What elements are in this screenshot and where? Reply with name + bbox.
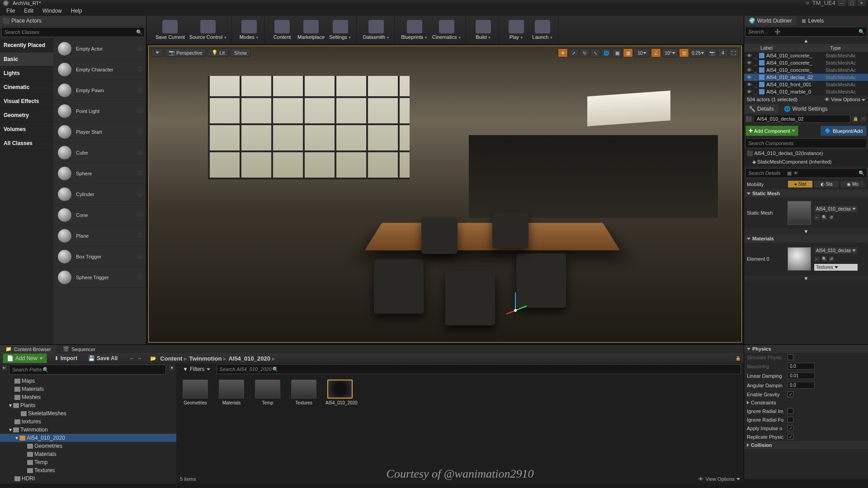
toolbar-save-current[interactable]: Save Current <box>154 19 187 41</box>
cb-lock-icon[interactable]: 🔒 <box>735 355 741 361</box>
checkbox[interactable] <box>788 434 793 440</box>
place-actors-tab[interactable]: ⬛ Place Actors <box>0 16 146 26</box>
transform-select-icon[interactable]: ✥ <box>558 48 568 57</box>
actor-empty-pawn[interactable]: Empty Pawnⓘ <box>53 80 146 101</box>
angle-snap-icon[interactable]: ∠ <box>651 48 661 57</box>
breadcrumb-twinmotion[interactable]: Twinmotion <box>189 355 222 362</box>
tree-item-maps[interactable]: Maps <box>0 377 176 385</box>
toolbar-cinematics[interactable]: Cinematics▼ <box>430 19 463 41</box>
tree-item-geometries[interactable]: Geometries <box>0 442 176 450</box>
visibility-icon[interactable]: 👁 <box>746 75 752 80</box>
tree-search[interactable]: Search Paths🔍 <box>9 365 166 375</box>
actor-empty-actor[interactable]: Empty Actorⓘ <box>53 38 146 59</box>
info-icon[interactable]: ⓘ <box>137 253 142 260</box>
number-input[interactable]: 0.0 <box>788 363 815 370</box>
tree-item-twinmotion[interactable]: ▾ Twinmotion <box>0 426 176 434</box>
nav-fwd-icon[interactable]: → <box>137 356 142 361</box>
tree-item-textures[interactable]: textures <box>0 418 176 426</box>
category-recently-placed[interactable]: Recently Placed <box>0 38 53 52</box>
maximize-button[interactable]: ▢ <box>848 0 855 6</box>
info-icon[interactable]: ⓘ <box>137 87 142 94</box>
maximize-viewport-icon[interactable]: ⛶ <box>729 48 739 57</box>
menu-help[interactable]: Help <box>66 6 87 15</box>
surface-snap-icon[interactable]: ▦ <box>612 48 622 57</box>
scale-snap-value[interactable]: 0.25 <box>690 48 706 57</box>
visibility-icon[interactable]: 👁 <box>746 67 752 73</box>
tree-item-ai54_010_2020[interactable]: ▾ AI54_010_2020 <box>0 434 176 442</box>
outliner-search[interactable]: Search...🔍➕ <box>745 27 867 37</box>
outliner-row[interactable]: 👁⎯AI54_010_front_001StaticMeshAc <box>744 81 868 88</box>
toolbar-content[interactable]: Content <box>269 19 295 41</box>
cb-view-options[interactable]: 👁 View Options <box>698 476 740 482</box>
angle-snap-value[interactable]: 10° <box>662 48 678 57</box>
filters-button[interactable]: ▼ Filters <box>179 365 214 374</box>
info-icon[interactable]: ⓘ <box>137 149 142 156</box>
info-icon[interactable]: ⓘ <box>137 45 142 52</box>
camera-speed-icon[interactable]: 📷 <box>707 48 717 57</box>
section-physics[interactable]: Physics <box>744 345 868 353</box>
info-icon[interactable]: ⓘ <box>137 211 142 218</box>
menu-edit[interactable]: Edit <box>19 6 38 15</box>
category-cinematic[interactable]: Cinematic <box>0 80 53 94</box>
number-input[interactable]: 0.0 <box>788 382 815 389</box>
actor-box-trigger[interactable]: Box Triggerⓘ <box>53 246 146 267</box>
static-mesh-asset[interactable]: AI54_010_declas <box>814 205 858 213</box>
outliner-col-type[interactable]: Type <box>827 44 868 52</box>
asset-materials[interactable]: Materials <box>217 380 246 405</box>
viewport-lit-button[interactable]: 💡 Lit <box>208 48 229 57</box>
material-thumb[interactable] <box>788 247 811 271</box>
outliner-up-icon[interactable]: ▲ <box>744 38 868 44</box>
save-all-button[interactable]: 💾 Save All <box>85 354 121 363</box>
section-collision[interactable]: Collision <box>744 441 868 449</box>
mobility-static[interactable]: ● Stat <box>788 180 813 188</box>
toolbar-launch[interactable]: Launch▼ <box>530 19 555 41</box>
actor-cone[interactable]: Coneⓘ <box>53 205 146 225</box>
world-outliner-tab[interactable]: 🌍 World Outliner <box>744 16 796 26</box>
mat-expand-icon[interactable]: ▼ <box>744 275 868 282</box>
tree-item-materials[interactable]: Materials <box>0 385 176 393</box>
category-geometry[interactable]: Geometry <box>0 108 53 122</box>
close-button[interactable]: ✕ <box>858 0 865 6</box>
component-smc-row[interactable]: ◈ StaticMeshComponent (Inherited) <box>744 158 868 166</box>
outliner-view-options[interactable]: 👁 View Options <box>825 97 865 102</box>
actor-cube[interactable]: Cubeⓘ <box>53 142 146 163</box>
coord-space-icon[interactable]: 🌐 <box>601 48 611 57</box>
tree-item-skeletalmeshes[interactable]: SkeletalMeshes <box>0 409 176 418</box>
asset-textures[interactable]: Textures <box>289 380 318 405</box>
outliner-row[interactable]: 👁⎯AI54_010_concrete_StaticMeshAc <box>744 59 868 66</box>
breadcrumb-current[interactable]: AI54_010_2020 <box>228 355 270 362</box>
mat-browse-icon[interactable]: 🔍 <box>821 256 827 262</box>
material-asset[interactable]: AI54_010_declas <box>814 247 858 254</box>
toolbar-settings[interactable]: Settings▼ <box>327 19 354 41</box>
info-icon[interactable]: ⓘ <box>137 170 142 177</box>
minimize-button[interactable]: — <box>838 0 845 6</box>
checkbox[interactable] <box>788 354 793 360</box>
toolbar-marketplace[interactable]: Marketplace <box>296 19 326 41</box>
viewport[interactable]: 📷 Perspective 💡 Lit Show ✥ ⤢ ↻ ⤡ 🌐 ▦ ▦ 1… <box>148 46 742 343</box>
outliner-col-label[interactable]: Label <box>758 44 827 52</box>
outliner-row[interactable]: 👁⎯AI54_010_concrete_StaticMeshAc <box>744 66 868 74</box>
visibility-icon[interactable]: 👁 <box>746 60 752 66</box>
sm-expand-icon[interactable]: ▼ <box>744 228 868 235</box>
tree-item-hdri[interactable]: HDRI <box>0 474 176 483</box>
asset-geometries[interactable]: Geometries <box>181 380 210 405</box>
place-actors-search[interactable]: Search Classes 🔍 <box>1 27 145 37</box>
toolbar-play[interactable]: Play▼ <box>504 19 529 41</box>
section-static-mesh[interactable]: Static Mesh <box>744 189 868 197</box>
actor-sphere[interactable]: Sphereⓘ <box>53 163 146 184</box>
scale-snap-icon[interactable]: ▥ <box>679 48 689 57</box>
visibility-icon[interactable]: 👁 <box>746 82 752 87</box>
mobility-stationary[interactable]: ◐ Sta <box>814 180 839 188</box>
tree-filter-icon[interactable]: ▾ <box>169 365 175 371</box>
grid-snap-icon[interactable]: ▦ <box>623 48 633 57</box>
checkbox[interactable] <box>788 391 793 397</box>
menu-window[interactable]: Window <box>38 6 66 15</box>
content-browser-tab[interactable]: 📁 Content Browser <box>0 345 57 353</box>
add-new-button[interactable]: 📄 Add New <box>3 353 47 363</box>
tree-item-textures[interactable]: Textures <box>0 466 176 474</box>
info-icon[interactable]: ⓘ <box>137 191 142 197</box>
visibility-icon[interactable]: 👁 <box>746 89 752 94</box>
toolbar-datasmith[interactable]: Datasmith▼ <box>361 19 392 41</box>
camera-speed-value[interactable]: 4 <box>718 48 728 57</box>
static-mesh-thumb[interactable] <box>788 201 811 225</box>
